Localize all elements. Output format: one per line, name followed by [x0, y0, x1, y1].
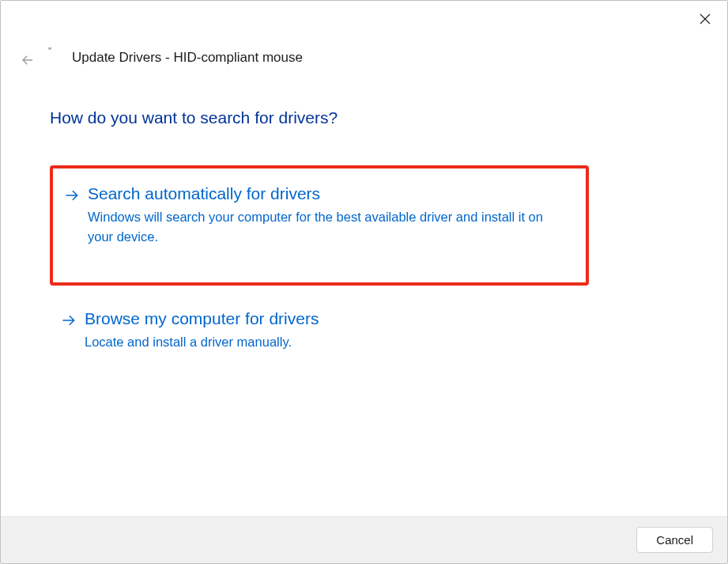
- cancel-button[interactable]: Cancel: [636, 527, 713, 553]
- window-title: Update Drivers - HID-compliant mouse: [72, 50, 303, 66]
- option-description: Locate and install a driver manually.: [85, 332, 571, 352]
- option-search-automatically[interactable]: Search automatically for drivers Windows…: [50, 165, 589, 286]
- back-arrow-icon: [21, 53, 35, 70]
- device-icon: [50, 48, 62, 67]
- back-button: [18, 51, 37, 70]
- close-button[interactable]: [694, 9, 716, 31]
- option-title: Browse my computer for drivers: [85, 308, 571, 329]
- option-browse-computer[interactable]: Browse my computer for drivers Locate an…: [50, 303, 589, 357]
- option-description: Windows will search your computer for th…: [88, 207, 568, 247]
- footer: Cancel: [1, 516, 727, 563]
- arrow-right-icon: [64, 187, 80, 206]
- close-icon: [698, 12, 712, 28]
- arrow-right-icon: [61, 312, 77, 331]
- page-heading: How do you want to search for drivers?: [50, 108, 338, 127]
- title-row: Update Drivers - HID-compliant mouse: [50, 48, 303, 67]
- option-title: Search automatically for drivers: [88, 183, 568, 204]
